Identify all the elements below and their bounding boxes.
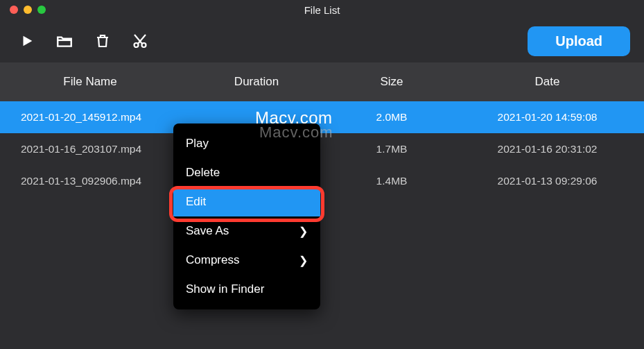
- chevron-right-icon: ❯: [299, 254, 308, 267]
- menu-item-edit[interactable]: Edit: [173, 187, 320, 216]
- table-row[interactable]: 2021-01-20_145912.mp4 2.0MB 2021-01-20 1…: [0, 101, 644, 133]
- upload-button[interactable]: Upload: [528, 26, 630, 56]
- table-row[interactable]: 2021-01-13_092906.mp4 1.4MB 2021-01-13 0…: [0, 165, 644, 197]
- header-date[interactable]: Date: [451, 75, 644, 89]
- header-duration[interactable]: Duration: [180, 75, 333, 89]
- menu-item-delete[interactable]: Delete: [173, 158, 320, 187]
- svg-point-0: [134, 43, 139, 47]
- cell-name: 2021-01-16_203107.mp4: [0, 143, 180, 155]
- toolbar: Upload: [0, 19, 644, 62]
- menu-label: Compress: [186, 253, 239, 267]
- cell-name: 2021-01-20_145912.mp4: [0, 111, 180, 124]
- titlebar: File List: [0, 0, 644, 19]
- context-menu: Play Delete Edit Save As❯ Compress❯ Show…: [173, 124, 320, 309]
- maximize-window-button[interactable]: [37, 6, 46, 14]
- trash-icon[interactable]: [94, 33, 111, 49]
- cell-date: 2021-01-16 20:31:02: [451, 143, 644, 155]
- cell-size: 2.0MB: [333, 111, 451, 124]
- cell-date: 2021-01-20 14:59:08: [451, 111, 644, 124]
- menu-label: Delete: [186, 166, 220, 180]
- folder-icon[interactable]: [55, 32, 73, 50]
- window-controls: [10, 6, 46, 14]
- table-header-row: File Name Duration Size Date: [0, 62, 644, 101]
- menu-label: Save As: [186, 224, 229, 238]
- menu-item-compress[interactable]: Compress❯: [173, 246, 320, 275]
- cell-date: 2021-01-13 09:29:06: [451, 175, 644, 187]
- header-size[interactable]: Size: [333, 75, 451, 89]
- chevron-right-icon: ❯: [299, 225, 308, 238]
- menu-item-save-as[interactable]: Save As❯: [173, 216, 320, 246]
- table-row[interactable]: 2021-01-16_203107.mp4 1.7MB 2021-01-16 2…: [0, 133, 644, 165]
- cell-name: 2021-01-13_092906.mp4: [0, 175, 180, 187]
- cut-icon[interactable]: [132, 33, 148, 49]
- header-name[interactable]: File Name: [0, 75, 180, 89]
- file-table: File Name Duration Size Date 2021-01-20_…: [0, 62, 644, 197]
- minimize-window-button[interactable]: [24, 6, 32, 14]
- play-icon[interactable]: [19, 33, 35, 49]
- menu-label: Play: [186, 137, 209, 151]
- cell-size: 1.7MB: [333, 143, 451, 155]
- menu-label: Edit: [186, 195, 206, 209]
- cell-size: 1.4MB: [333, 175, 451, 187]
- menu-item-play[interactable]: Play: [173, 129, 320, 158]
- menu-item-show-in-finder[interactable]: Show in Finder: [173, 275, 320, 304]
- window-title: File List: [0, 4, 644, 16]
- svg-point-1: [142, 43, 146, 47]
- close-window-button[interactable]: [10, 6, 18, 14]
- menu-label: Show in Finder: [186, 282, 264, 296]
